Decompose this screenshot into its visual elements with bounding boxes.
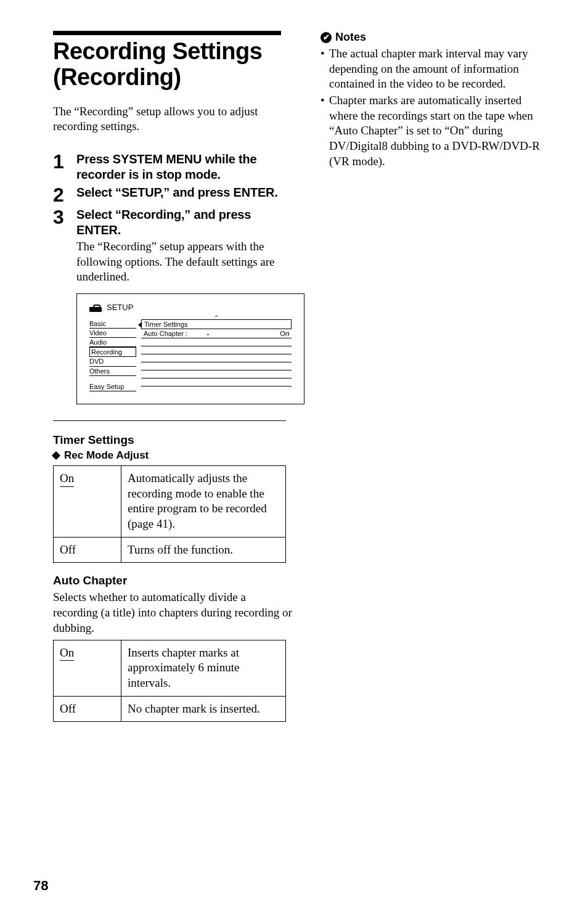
steps-list: 1 Press SYSTEM MENU while the recorder i… <box>53 152 293 285</box>
setup-header: SETUP <box>89 303 292 312</box>
timer-settings-heading: Timer Settings <box>53 433 293 447</box>
rec-mode-table: On Automatically adjusts the recording m… <box>53 465 286 563</box>
option-key: On <box>60 645 74 661</box>
step-3: 3 Select “Recording,” and press ENTER. T… <box>53 207 293 285</box>
menu-blank-row <box>141 378 292 386</box>
menu-item-easy-setup: Easy Setup <box>89 382 136 391</box>
menu-blank-row <box>141 346 292 354</box>
option-desc-cell: Inserts chapter marks at approximately 6… <box>121 640 286 696</box>
rec-mode-subheading-label: Rec Mode Adjust <box>64 449 149 462</box>
menu-item-audio: Audio <box>89 338 136 347</box>
notes-list: The actual chapter mark interval may var… <box>321 46 545 170</box>
note-item: Chapter marks are automatically inserted… <box>321 93 545 169</box>
option-key-cell: On <box>54 640 121 696</box>
caret-down-small-icon: ⌄ <box>205 330 210 337</box>
menu-item-video: Video <box>89 329 136 338</box>
setup-menu-right: ⌃ Timer Settings Auto Chapter : ⌄ On ↓ <box>141 319 292 398</box>
table-row: Off Turns off the function. <box>54 537 286 563</box>
page: Recording Settings (Recording) The “Reco… <box>0 0 588 916</box>
option-desc-cell: Turns off the function. <box>121 537 286 563</box>
step-body: Press SYSTEM MENU while the recorder is … <box>76 152 293 182</box>
two-column-layout: Recording Settings (Recording) The “Reco… <box>53 31 545 722</box>
option-key-cell: On <box>54 466 121 538</box>
page-title: Recording Settings (Recording) <box>53 39 293 91</box>
menu-right-timer-settings: Timer Settings <box>141 319 292 329</box>
right-column: ✔ Notes The actual chapter mark interval… <box>321 31 545 722</box>
left-column: Recording Settings (Recording) The “Reco… <box>53 31 293 722</box>
table-row: Off No chapter mark is inserted. <box>54 696 286 722</box>
step-1: 1 Press SYSTEM MENU while the recorder i… <box>53 152 293 182</box>
title-rule <box>53 31 281 35</box>
arrow-down-icon: ↓ <box>287 329 290 336</box>
menu-right-auto-chapter: Auto Chapter : ⌄ On <box>141 329 292 338</box>
menu-blank-row <box>141 362 292 370</box>
page-number: 78 <box>33 878 48 894</box>
option-key: On <box>60 471 74 487</box>
menu-item-recording-selected: Recording <box>89 347 136 357</box>
step-body: Select “Recording,” and press ENTER. The… <box>76 207 293 285</box>
menu-item-basic: Basic <box>89 319 136 329</box>
menu-blank-row <box>141 354 292 362</box>
option-key: Off <box>60 543 76 556</box>
option-key: Off <box>60 702 76 715</box>
menu-right-row-label: Auto Chapter : <box>144 330 187 337</box>
diamond-bullet-icon <box>52 451 60 460</box>
notes-heading-label: Notes <box>335 31 366 44</box>
step-body: Select “SETUP,” and press ENTER. <box>76 185 293 200</box>
setup-screenshot: SETUP Basic Video Audio Recording DVD Ot… <box>76 293 304 404</box>
menu-blank-row <box>141 338 292 346</box>
menu-item-others: Others <box>89 367 136 376</box>
table-row: On Automatically adjusts the recording m… <box>54 466 286 538</box>
rec-mode-subheading: Rec Mode Adjust <box>53 449 293 462</box>
step-title: Select “Recording,” and press ENTER. <box>76 207 293 238</box>
step-number: 1 <box>53 152 76 171</box>
note-item: The actual chapter mark interval may var… <box>321 46 545 92</box>
step-title: Press SYSTEM MENU while the recorder is … <box>76 152 293 182</box>
option-desc-cell: No chapter mark is inserted. <box>121 696 286 722</box>
setup-menu: Basic Video Audio Recording DVD Others E… <box>89 319 292 398</box>
setup-menu-left: Basic Video Audio Recording DVD Others E… <box>89 319 136 398</box>
step-number: 3 <box>53 207 76 227</box>
table-row: On Inserts chapter marks at approximatel… <box>54 640 286 696</box>
divider <box>53 420 286 421</box>
auto-chapter-table: On Inserts chapter marks at approximatel… <box>53 640 286 722</box>
step-number: 2 <box>53 185 76 205</box>
setup-header-label: SETUP <box>107 303 133 312</box>
intro-text: The “Recording” setup allows you to adju… <box>53 104 293 134</box>
step-description: The “Recording” setup appears with the f… <box>76 239 293 285</box>
option-desc-cell: Automatically adjusts the recording mode… <box>121 466 286 538</box>
toolbox-icon <box>89 303 102 312</box>
step-title: Select “SETUP,” and press ENTER. <box>76 185 293 200</box>
step-2: 2 Select “SETUP,” and press ENTER. <box>53 185 293 205</box>
notes-heading: ✔ Notes <box>321 31 545 44</box>
menu-blank-row <box>141 370 292 378</box>
menu-item-dvd: DVD <box>89 357 136 366</box>
option-key-cell: Off <box>54 537 121 563</box>
auto-chapter-heading: Auto Chapter <box>53 574 293 587</box>
notes-icon: ✔ <box>321 32 332 43</box>
auto-chapter-para: Selects whether to automatically divide … <box>53 590 293 636</box>
option-key-cell: Off <box>54 696 121 722</box>
